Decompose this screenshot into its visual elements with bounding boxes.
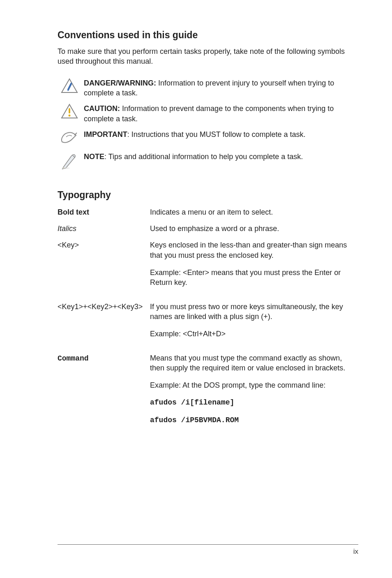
section-title-typography: Typography <box>58 189 358 201</box>
important-icon <box>60 129 79 146</box>
danger-icon <box>61 78 78 94</box>
typo-row-command: Command Means that you must type the com… <box>58 353 358 425</box>
typo-code-2: afudos /iP5BVMDA.ROM <box>150 415 358 425</box>
typo-label-bold: Bold text <box>58 208 89 216</box>
note-label: NOTE <box>84 153 104 161</box>
section-title-conventions: Conventions used in this guide <box>58 29 358 42</box>
page-footer: ix <box>58 544 358 557</box>
note-label: DANGER/WARNING: <box>84 79 156 87</box>
typo-label-key: <Key> <box>58 240 150 250</box>
typo-code-1: afudos /i[filename] <box>150 398 358 407</box>
note-danger: DANGER/WARNING: Information to prevent i… <box>58 78 358 98</box>
note-important: IMPORTANT: Instructions that you MUST fo… <box>58 129 358 146</box>
caution-icon <box>61 104 78 119</box>
svg-rect-0 <box>69 108 70 113</box>
note-label: IMPORTANT <box>84 130 127 139</box>
svg-point-2 <box>62 167 70 169</box>
typo-desc-key-1: Keys enclosed in the less-than and great… <box>150 240 358 260</box>
typo-row-italics: Italics Used to emphasize a word or a ph… <box>58 224 358 234</box>
typo-label-command: Command <box>58 354 89 363</box>
typo-desc-key-2: Example: <Enter> means that you must pre… <box>150 268 358 288</box>
svg-point-1 <box>69 115 71 117</box>
page-number: ix <box>353 548 358 555</box>
typo-desc-combo-1: If you must press two or more keys simul… <box>150 302 358 322</box>
note-body: Tips and additional information to help … <box>108 153 303 161</box>
typo-desc-combo-2: Example: <Ctrl+Alt+D> <box>150 329 358 339</box>
note-sep: : <box>127 130 131 139</box>
intro-paragraph: To make sure that you perform certain ta… <box>58 46 358 67</box>
note-note: NOTE: Tips and additional information to… <box>58 152 358 170</box>
note-sep: : <box>104 153 108 161</box>
typo-label-combo: <Key1>+<Key2>+<Key3> <box>58 302 150 312</box>
typo-row-combo: <Key1>+<Key2>+<Key3> If you must press t… <box>58 302 358 347</box>
typo-desc-italics: Used to emphasize a word or a phrase. <box>150 224 358 234</box>
typo-row-key: <Key> Keys enclosed in the less-than and… <box>58 240 358 295</box>
note-label: CAUTION: <box>84 104 120 113</box>
typo-desc-bold: Indicates a menu or an item to select. <box>150 207 358 217</box>
typo-row-bold: Bold text Indicates a menu or an item to… <box>58 207 358 217</box>
note-body: Information to prevent damage to the com… <box>84 104 334 123</box>
note-icon <box>60 152 79 170</box>
note-caution: CAUTION: Information to prevent damage t… <box>58 104 358 124</box>
note-body: Instructions that you MUST follow to com… <box>131 130 306 139</box>
typo-desc-command-1: Means that you must type the command exa… <box>150 353 358 373</box>
typo-desc-command-2: Example: At the DOS prompt, type the com… <box>150 380 358 390</box>
typo-label-italics: Italics <box>58 224 76 233</box>
